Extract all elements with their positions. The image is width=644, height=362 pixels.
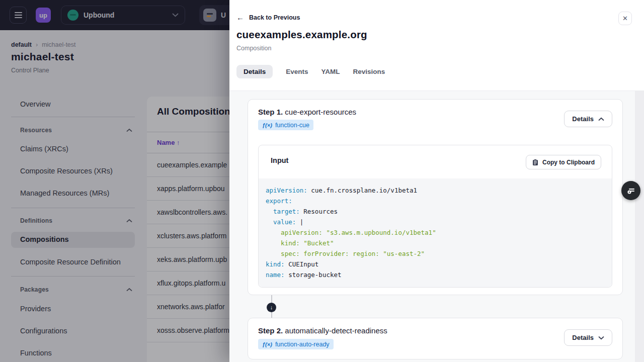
composition-detail-panel: ← Back to Previous ✕ cueexamples.example…	[229, 0, 644, 362]
function-badge-label: function-auto-ready	[275, 341, 330, 348]
clipboard-icon	[532, 159, 538, 166]
step-1-details-button[interactable]: Details	[564, 111, 612, 127]
tab-yaml[interactable]: YAML	[321, 65, 340, 78]
input-card-title: Input	[271, 156, 288, 164]
function-badge: ƒ(×) function-cue	[258, 120, 313, 130]
tab-events[interactable]: Events	[286, 65, 308, 78]
function-badge: ƒ(×) function-auto-ready	[258, 339, 334, 349]
input-card: Input Copy to Clipboard apiVersion: cue.…	[258, 145, 612, 288]
step-2-title: Step 2. automatically-detect-readiness	[258, 326, 387, 335]
panel-subtitle: Composition	[236, 45, 271, 52]
function-badge-label: function-cue	[275, 122, 309, 129]
step-2-details-button[interactable]: Details	[564, 329, 612, 346]
pipeline-step-1-card: Step 1. cue-export-resources ƒ(×) functi…	[248, 99, 623, 295]
panel-body: Step 1. cue-export-resources ƒ(×) functi…	[229, 90, 644, 362]
back-to-previous-link[interactable]: ← Back to Previous	[236, 14, 300, 21]
back-arrow-icon: ←	[236, 14, 244, 21]
tab-bar: Details Events YAML Revisions	[236, 65, 385, 78]
pipeline-arrow-down-icon: ↓	[267, 303, 276, 312]
close-icon[interactable]: ✕	[618, 12, 632, 25]
scrollbar[interactable]	[635, 91, 644, 362]
step-1-title: Step 1. cue-export-resources	[258, 108, 356, 116]
chevron-up-icon	[598, 117, 604, 121]
back-link-label: Back to Previous	[249, 14, 300, 21]
pipeline-step-2-card: Step 2. automatically-detect-readiness ƒ…	[248, 318, 623, 359]
chevron-down-icon	[598, 336, 604, 340]
tab-details[interactable]: Details	[236, 65, 273, 78]
panel-title: cueexamples.example.org	[236, 29, 367, 41]
tab-revisions[interactable]: Revisions	[353, 65, 385, 78]
feedback-widget-icon	[626, 186, 636, 196]
function-icon: ƒ(×)	[262, 122, 272, 128]
yaml-code-block: apiVersion: cue.fn.crossplane.io/v1beta1…	[259, 178, 612, 287]
copy-to-clipboard-button[interactable]: Copy to Clipboard	[526, 155, 601, 169]
function-icon: ƒ(×)	[262, 341, 272, 347]
feedback-widget-button[interactable]	[621, 181, 640, 200]
